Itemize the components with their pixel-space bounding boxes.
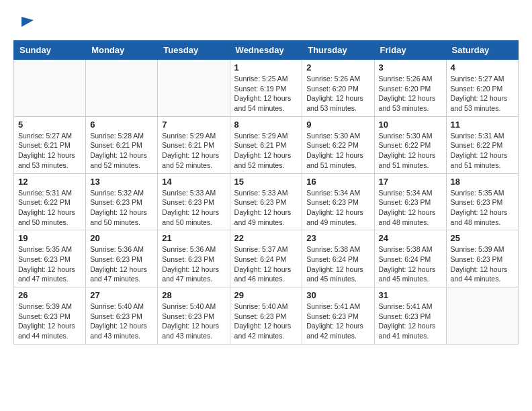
- day-info: Sunrise: 5:41 AM Sunset: 6:23 PM Dayligh…: [306, 302, 369, 341]
- day-info: Sunrise: 5:28 AM Sunset: 6:21 PM Dayligh…: [90, 131, 153, 171]
- day-number: 30: [306, 290, 369, 300]
- calendar-week-row: 1Sunrise: 5:25 AM Sunset: 6:19 PM Daylig…: [14, 60, 519, 117]
- day-info: Sunrise: 5:26 AM Sunset: 6:20 PM Dayligh…: [306, 74, 369, 113]
- weekday-header-friday: Friday: [374, 41, 446, 60]
- day-info: Sunrise: 5:40 AM Sunset: 6:23 PM Dayligh…: [234, 302, 298, 341]
- day-number: 13: [90, 177, 153, 187]
- calendar-cell: 3Sunrise: 5:26 AM Sunset: 6:20 PM Daylig…: [374, 60, 446, 117]
- day-number: 11: [451, 120, 514, 130]
- day-info: Sunrise: 5:35 AM Sunset: 6:23 PM Dayligh…: [18, 244, 81, 284]
- calendar-cell: 11Sunrise: 5:31 AM Sunset: 6:22 PM Dayli…: [446, 116, 518, 173]
- day-info: Sunrise: 5:37 AM Sunset: 6:24 PM Dayligh…: [234, 244, 298, 284]
- calendar-cell: 18Sunrise: 5:35 AM Sunset: 6:23 PM Dayli…: [446, 173, 518, 230]
- calendar-cell: 26Sunrise: 5:39 AM Sunset: 6:23 PM Dayli…: [14, 287, 86, 345]
- day-info: Sunrise: 5:34 AM Sunset: 6:23 PM Dayligh…: [306, 188, 369, 228]
- calendar-cell: 9Sunrise: 5:30 AM Sunset: 6:22 PM Daylig…: [302, 116, 374, 173]
- svg-marker-0: [21, 17, 34, 27]
- day-number: 10: [379, 120, 442, 130]
- day-number: 24: [379, 233, 442, 243]
- calendar-cell: 31Sunrise: 5:41 AM Sunset: 6:23 PM Dayli…: [374, 287, 446, 345]
- calendar-cell: 16Sunrise: 5:34 AM Sunset: 6:23 PM Dayli…: [302, 173, 374, 230]
- day-info: Sunrise: 5:38 AM Sunset: 6:24 PM Dayligh…: [306, 244, 369, 284]
- logo-flag-icon: [15, 13, 35, 34]
- calendar-cell: 23Sunrise: 5:38 AM Sunset: 6:24 PM Dayli…: [302, 230, 374, 287]
- day-number: 25: [451, 233, 514, 243]
- day-info: Sunrise: 5:26 AM Sunset: 6:20 PM Dayligh…: [379, 74, 442, 113]
- calendar-cell: 4Sunrise: 5:27 AM Sunset: 6:20 PM Daylig…: [446, 60, 518, 117]
- calendar-cell: 5Sunrise: 5:27 AM Sunset: 6:21 PM Daylig…: [14, 116, 86, 173]
- calendar-week-row: 19Sunrise: 5:35 AM Sunset: 6:23 PM Dayli…: [14, 230, 519, 287]
- weekday-header-sunday: Sunday: [14, 41, 86, 60]
- day-info: Sunrise: 5:39 AM Sunset: 6:23 PM Dayligh…: [18, 302, 81, 341]
- day-info: Sunrise: 5:33 AM Sunset: 6:23 PM Dayligh…: [234, 188, 298, 228]
- day-info: Sunrise: 5:34 AM Sunset: 6:23 PM Dayligh…: [379, 188, 442, 228]
- day-info: Sunrise: 5:25 AM Sunset: 6:19 PM Dayligh…: [234, 74, 298, 113]
- weekday-header-thursday: Thursday: [302, 41, 374, 60]
- day-info: Sunrise: 5:31 AM Sunset: 6:22 PM Dayligh…: [18, 188, 81, 228]
- day-info: Sunrise: 5:40 AM Sunset: 6:23 PM Dayligh…: [90, 302, 153, 341]
- calendar-cell: 7Sunrise: 5:29 AM Sunset: 6:21 PM Daylig…: [158, 116, 230, 173]
- calendar-cell: 30Sunrise: 5:41 AM Sunset: 6:23 PM Dayli…: [302, 287, 374, 345]
- calendar-week-row: 12Sunrise: 5:31 AM Sunset: 6:22 PM Dayli…: [14, 173, 519, 230]
- day-number: 4: [451, 62, 514, 73]
- day-number: 29: [234, 290, 298, 300]
- day-number: 7: [162, 120, 225, 130]
- day-number: 16: [306, 177, 369, 187]
- day-info: Sunrise: 5:29 AM Sunset: 6:21 PM Dayligh…: [234, 131, 298, 171]
- weekday-header-tuesday: Tuesday: [158, 41, 230, 60]
- day-number: 1: [234, 62, 298, 73]
- calendar-cell: 14Sunrise: 5:33 AM Sunset: 6:23 PM Dayli…: [158, 173, 230, 230]
- calendar-cell: 10Sunrise: 5:30 AM Sunset: 6:22 PM Dayli…: [374, 116, 446, 173]
- day-info: Sunrise: 5:27 AM Sunset: 6:21 PM Dayligh…: [18, 131, 81, 171]
- calendar-cell: 2Sunrise: 5:26 AM Sunset: 6:20 PM Daylig…: [302, 60, 374, 117]
- day-info: Sunrise: 5:38 AM Sunset: 6:24 PM Dayligh…: [379, 244, 442, 284]
- calendar-cell: 19Sunrise: 5:35 AM Sunset: 6:23 PM Dayli…: [14, 230, 86, 287]
- day-number: 9: [306, 120, 369, 130]
- day-info: Sunrise: 5:35 AM Sunset: 6:23 PM Dayligh…: [451, 188, 514, 228]
- day-number: 28: [162, 290, 225, 300]
- day-info: Sunrise: 5:40 AM Sunset: 6:23 PM Dayligh…: [162, 302, 225, 341]
- day-info: Sunrise: 5:41 AM Sunset: 6:23 PM Dayligh…: [379, 302, 442, 341]
- day-info: Sunrise: 5:36 AM Sunset: 6:23 PM Dayligh…: [90, 244, 153, 284]
- day-number: 17: [379, 177, 442, 187]
- day-number: 12: [18, 177, 81, 187]
- day-info: Sunrise: 5:39 AM Sunset: 6:23 PM Dayligh…: [451, 244, 514, 284]
- day-info: Sunrise: 5:29 AM Sunset: 6:21 PM Dayligh…: [162, 131, 225, 171]
- day-info: Sunrise: 5:31 AM Sunset: 6:22 PM Dayligh…: [451, 131, 514, 171]
- day-number: 26: [18, 290, 81, 300]
- weekday-header-saturday: Saturday: [446, 41, 518, 60]
- calendar-cell: 28Sunrise: 5:40 AM Sunset: 6:23 PM Dayli…: [158, 287, 230, 345]
- day-info: Sunrise: 5:36 AM Sunset: 6:23 PM Dayligh…: [162, 244, 225, 284]
- day-number: 20: [90, 233, 153, 243]
- day-info: Sunrise: 5:32 AM Sunset: 6:23 PM Dayligh…: [90, 188, 153, 228]
- day-info: Sunrise: 5:27 AM Sunset: 6:20 PM Dayligh…: [451, 74, 514, 113]
- calendar-cell: 22Sunrise: 5:37 AM Sunset: 6:24 PM Dayli…: [230, 230, 302, 287]
- day-info: Sunrise: 5:30 AM Sunset: 6:22 PM Dayligh…: [379, 131, 442, 171]
- calendar-cell: [14, 60, 86, 117]
- day-number: 14: [162, 177, 225, 187]
- weekday-header-monday: Monday: [86, 41, 158, 60]
- calendar-cell: 20Sunrise: 5:36 AM Sunset: 6:23 PM Dayli…: [86, 230, 158, 287]
- calendar-cell: 17Sunrise: 5:34 AM Sunset: 6:23 PM Dayli…: [374, 173, 446, 230]
- day-number: 31: [379, 290, 442, 300]
- logo: [13, 13, 35, 34]
- calendar-cell: [86, 60, 158, 117]
- calendar-cell: 12Sunrise: 5:31 AM Sunset: 6:22 PM Dayli…: [14, 173, 86, 230]
- page-header: [13, 13, 519, 34]
- day-number: 8: [234, 120, 298, 130]
- calendar-week-row: 5Sunrise: 5:27 AM Sunset: 6:21 PM Daylig…: [14, 116, 519, 173]
- day-number: 22: [234, 233, 298, 243]
- day-info: Sunrise: 5:30 AM Sunset: 6:22 PM Dayligh…: [306, 131, 369, 171]
- calendar-cell: [158, 60, 230, 117]
- day-number: 2: [306, 62, 369, 73]
- calendar-cell: 27Sunrise: 5:40 AM Sunset: 6:23 PM Dayli…: [86, 287, 158, 345]
- calendar-cell: 8Sunrise: 5:29 AM Sunset: 6:21 PM Daylig…: [230, 116, 302, 173]
- calendar-cell: 21Sunrise: 5:36 AM Sunset: 6:23 PM Dayli…: [158, 230, 230, 287]
- day-info: Sunrise: 5:33 AM Sunset: 6:23 PM Dayligh…: [162, 188, 225, 228]
- day-number: 3: [379, 62, 442, 73]
- weekday-header-wednesday: Wednesday: [230, 41, 302, 60]
- day-number: 27: [90, 290, 153, 300]
- calendar-cell: 29Sunrise: 5:40 AM Sunset: 6:23 PM Dayli…: [230, 287, 302, 345]
- calendar-cell: 1Sunrise: 5:25 AM Sunset: 6:19 PM Daylig…: [230, 60, 302, 117]
- day-number: 21: [162, 233, 225, 243]
